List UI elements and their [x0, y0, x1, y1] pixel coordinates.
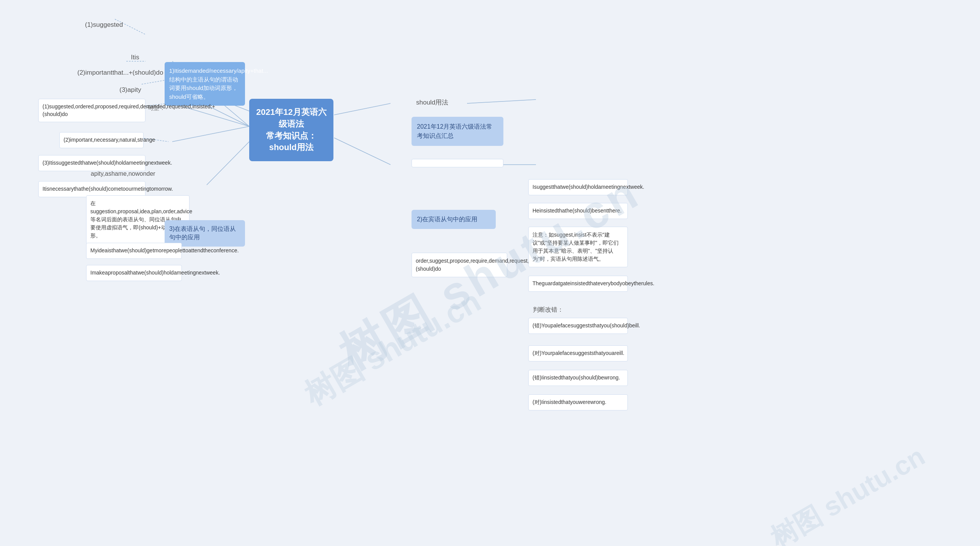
node-object: 2)在宾语从句中的应用 [412, 210, 496, 229]
node-note: 注意：如suggest,insist不表示"建议"或"坚持要某人做某事时"，即它… [528, 227, 628, 267]
svg-line-8 [467, 100, 536, 103]
node-theguard: Theguardatgateinsistedthateverybodyobeyt… [528, 276, 628, 292]
node-suggested-ordered: (1)suggested,ordered,proposed,required,d… [38, 99, 145, 122]
node-wrong1: (错)Youpalefacesuggeststhatyou(should)bei… [528, 318, 628, 334]
node-myidea: Myideaisthatwe(should)getmorepeoplettoat… [86, 243, 182, 259]
node-itis: Itis [126, 50, 144, 65]
node-wrong2: (错)Iinsistedthatyou(should)bewrong. [528, 370, 628, 386]
node-apity-ashame: apity,ashame,nowonder [86, 167, 155, 181]
node-come-tomorrow: Itisnecessarythathe(should)cometoourmeti… [38, 181, 145, 197]
node-order-suggest: order,suggest,propose,require,demand,req… [412, 253, 507, 277]
node-right2: (对)Iinsistedthatyouwerewrong. [528, 394, 628, 410]
node-important-necessary: (2)important,necessary,natural,strange [59, 132, 144, 148]
node-heinsisted: Heinsistedthathe(should)besentthere. [528, 203, 628, 219]
node-important-2: (2)importantthat...+(should)do [73, 65, 168, 80]
node-panduan: 判断改错： [528, 302, 568, 317]
watermark-bottom-right: 树图 shutu.cn [764, 439, 932, 546]
svg-line-3 [172, 126, 249, 142]
node-2021-summary: 2021年12月英语六级语法常考知识点汇总 [412, 117, 503, 146]
svg-line-6 [334, 103, 390, 115]
watermark-text2: 树图 shutu.cn [297, 281, 488, 415]
center-node: 2021年12月英语六级语法常考知识点：should用法 [249, 99, 333, 161]
node-biaoShiMingLing [412, 159, 503, 167]
svg-line-5 [207, 142, 249, 185]
node-right1: (对)Yourpalefacesuggeststhatyouareill. [528, 345, 628, 361]
node-apity-3: (3)apity [115, 82, 146, 98]
node-should-yongfa: should用法 [412, 95, 453, 110]
node-isuggest: Isuggestthatwe(should)holdameetingnextwe… [528, 179, 628, 195]
node1-content: 1)Itisdemanded/necessary/apity+that...结构… [165, 62, 245, 106]
svg-line-7 [334, 138, 390, 165]
node-imake: Imakeaproposalthatwe(should)holdameeting… [86, 265, 182, 281]
node-suggested-1: (1)suggested [80, 17, 127, 33]
